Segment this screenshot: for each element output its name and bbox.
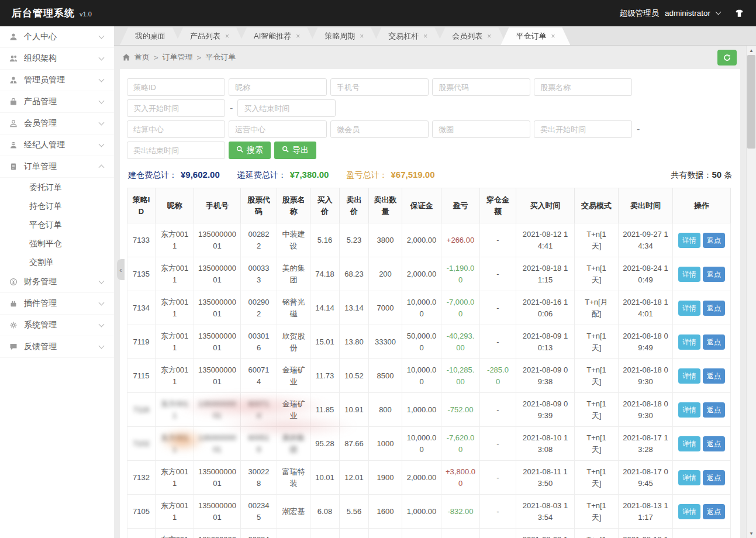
close-icon[interactable]: × [296,33,300,40]
sidebar-item-经纪人管理[interactable]: 经纪人管理 [0,134,114,156]
strategy-id-input[interactable] [127,78,225,96]
sidebar-item-订单管理[interactable]: 订单管理 [0,156,114,178]
sidebar-item-反馈管理[interactable]: 反馈管理 [0,336,114,358]
rebate-button[interactable]: 返点 [703,470,725,485]
sell-start-time-input[interactable] [534,120,632,138]
cell-text: 13500000001 [197,466,237,489]
detail-button[interactable]: 详情 [678,470,700,485]
cell-text: 2021-08-18 09:49 [622,330,669,353]
detail-button[interactable]: 详情 [678,436,700,451]
theme-icon[interactable] [734,9,744,18]
detail-button[interactable]: 详情 [678,402,700,418]
sell-end-time-input[interactable] [127,142,225,159]
nickname-input[interactable] [229,78,327,96]
sidebar-item-系统管理[interactable]: 系统管理 [0,315,114,336]
table-row: 7135东方001113500000001000333美的集团74.1868.2… [127,257,731,291]
cell-stock: 美的集团 [277,257,310,291]
cell-margin: 10,000.00 [402,359,441,393]
sidebar-subitem-持仓订单[interactable]: 持仓订单 [0,196,114,215]
detail-button[interactable]: 详情 [678,301,700,316]
cell-text: - [486,268,510,280]
scroll-up-icon[interactable]: ▲ [747,46,756,55]
rebate-button[interactable]: 返点 [703,368,725,384]
stock-code-input[interactable] [432,78,530,96]
sidebar-subitem-平仓订单[interactable]: 平仓订单 [0,215,114,234]
sidebar-subitem-强制平仓[interactable]: 强制平仓 [0,234,114,253]
sidebar-item-组织架构[interactable]: 组织架构 [0,48,114,70]
search-button[interactable]: 搜索 [229,142,271,159]
scroll-down-icon[interactable]: ▼ [747,529,756,538]
vertical-scrollbar[interactable]: ▲ ▼ [746,46,756,538]
sidebar-item-产品管理[interactable]: 产品管理 [0,91,114,113]
cell-margin: 2,000.00 [402,223,441,257]
cell-sell_time: 2021-08-24 10:49 [619,257,673,291]
cell-buy: 5.16 [310,223,340,257]
close-icon[interactable]: × [423,33,427,40]
stock-name-input[interactable] [534,78,632,96]
tab-平仓订单[interactable]: 平仓订单× [500,27,570,45]
operation-center-input[interactable] [229,120,327,138]
cell-text: 2021-08-13 11:18 [622,534,669,538]
range-dash: - [636,124,641,134]
sidebar-item-管理员管理[interactable]: 管理员管理 [0,70,114,91]
sidebar-collapse-handle[interactable]: ‹ [117,259,125,280]
rebate-button[interactable]: 返点 [703,267,725,282]
tab-label: 平仓订单 [516,31,546,42]
cell-text: T+n[1天] [585,432,608,455]
detail-button[interactable]: 详情 [678,334,700,350]
sidebar-item-会员管理[interactable]: 会员管理 [0,113,114,134]
detail-button[interactable]: 详情 [678,504,700,519]
cell-text: - [486,302,510,314]
close-icon[interactable]: × [487,33,491,40]
breadcrumb-item-首页[interactable]: 首页 [134,52,150,63]
detail-button[interactable]: 详情 [678,368,700,384]
scrollbar-track[interactable] [747,55,756,529]
buy-end-time-input[interactable] [237,99,336,117]
sidebar-item-个人中心[interactable]: 个人中心 [0,26,114,48]
rebate-button[interactable]: 返点 [703,402,725,418]
cell-text: 2,000.00 [405,268,438,280]
detail-button[interactable]: 详情 [678,267,700,282]
close-icon[interactable]: × [360,33,364,40]
cell-buy_time: 2021-08-03 13:54 [516,495,575,529]
cell-nickname: 东方0011 [156,291,194,325]
detail-button[interactable]: 详情 [678,233,700,248]
sidebar-item-插件管理[interactable]: 插件管理 [0,293,114,315]
tab-交易杠杆[interactable]: 交易杠杆× [373,27,443,45]
tab-产品列表[interactable]: 产品列表× [175,27,244,45]
rebate-button[interactable]: 返点 [703,504,725,519]
refresh-button[interactable] [717,50,737,65]
close-icon[interactable]: × [225,33,229,40]
phone-input[interactable] [330,78,429,96]
export-button[interactable]: 导出 [274,142,316,159]
user-icon [9,33,20,41]
rebate-button[interactable]: 返点 [703,233,725,248]
sidebar-subitem-委托订单[interactable]: 委托订单 [0,178,114,196]
settlement-center-input[interactable] [127,120,225,138]
user-menu[interactable]: administrator [665,9,710,18]
micro-member-input[interactable] [330,120,429,138]
tab-我的桌面[interactable]: 我的桌面 [120,27,181,45]
buy-start-time-input[interactable] [127,99,225,117]
tab-AI智能推荐[interactable]: AI智能推荐× [239,27,315,45]
rebate-button[interactable]: 返点 [703,436,725,451]
sidebar-item-财务管理[interactable]: 财务管理 [0,271,114,293]
tab-策略周期[interactable]: 策略周期× [309,27,379,45]
micro-circle-input[interactable] [432,120,530,138]
stat-label: 盈亏总计： [346,170,387,180]
close-icon[interactable]: × [551,33,555,40]
rebate-button[interactable]: 返点 [703,301,725,316]
tab-会员列表[interactable]: 会员列表× [437,27,506,45]
rebate-button[interactable]: 返点 [703,334,725,350]
cell-text: 1,000.00 [405,506,438,518]
scrollbar-thumb[interactable] [747,55,755,149]
cell-text: -7,620.00 [445,432,477,455]
cell-text: 中装建设 [282,229,305,251]
sidebar-subitem-交割单[interactable]: 交割单 [0,253,114,271]
cell-text: 12.01 [343,472,365,484]
breadcrumb-item-订单管理[interactable]: 订单管理 [163,52,193,63]
cell-qty: 1900 [369,461,402,495]
cell-sell: 12.01 [340,461,369,495]
cell-text: 003016 [248,330,270,353]
cell-text: 2021-08-18 14:01 [622,296,669,319]
